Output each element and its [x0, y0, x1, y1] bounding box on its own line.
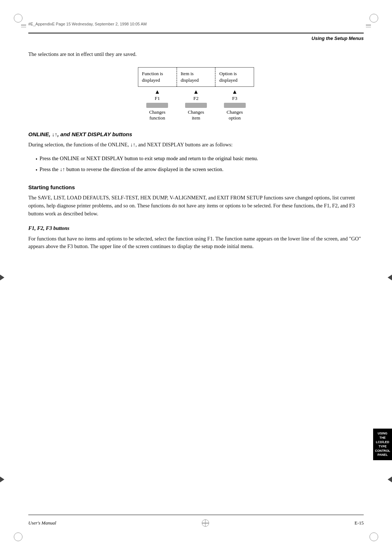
buttons-row: ▲ F1 Changes function ▲ F2 Changes item …	[138, 87, 254, 121]
bullet-text-1: Press the ONLINE or NEXT DISPLAY button …	[40, 155, 258, 163]
page: #E_AppendixE Page 15 Wednesday, Septembe…	[0, 0, 392, 555]
corner-mark-br	[369, 532, 378, 541]
diagram: Function is displayed Item is displayed …	[127, 67, 265, 121]
display-cell-option: Option is displayed	[215, 68, 254, 86]
top-right-lines	[366, 25, 371, 27]
f1-desc1: Changes	[149, 109, 166, 115]
f3-arrow: ▲	[232, 89, 238, 95]
intro-text: The selections are not in effect until t…	[28, 50, 364, 58]
bullet-dot-2: •	[36, 166, 37, 174]
bullet-text-2: Press the ↓↑ button to reverse the direc…	[40, 166, 224, 174]
f1-desc2: function	[150, 115, 165, 121]
item-line1: Item is	[181, 71, 194, 76]
footer-rule	[28, 515, 364, 515]
corner-mark-bl	[14, 532, 23, 541]
option-line1: Option is	[219, 71, 237, 76]
section-header: Using the Setup Menus	[28, 33, 364, 41]
f1f2f3-paragraph: For functions that have no items and opt…	[28, 235, 364, 251]
display-cell-function: Function is displayed	[138, 68, 177, 86]
f3-desc1: Changes	[226, 109, 243, 115]
corner-mark-tl	[14, 14, 23, 23]
function-line1: Function is	[142, 71, 163, 76]
f1-rect	[146, 103, 168, 108]
display-box: Function is displayed Item is displayed …	[138, 67, 254, 87]
online-paragraph: During selection, the functions of the O…	[28, 141, 364, 149]
sidebar-tab-line2: LCD/LED TYPE	[376, 440, 389, 448]
tri-mark-left-bottom	[0, 477, 4, 482]
starting-functions-paragraph: The SAVE, LIST, LOAD DEFAULTS, SELF-TEST…	[28, 194, 364, 218]
content-area: #E_AppendixE Page 15 Wednesday, Septembe…	[28, 0, 364, 251]
bullet-item-1: • Press the ONLINE or NEXT DISPLAY butto…	[36, 155, 364, 163]
footer-left: User's Manual	[28, 520, 56, 526]
corner-mark-tr	[369, 14, 378, 23]
online-section-title: ONLINE, ↓↑, and NEXT DISPLAY buttons	[28, 131, 364, 137]
f1-arrow: ▲	[154, 89, 160, 95]
tri-mark-left	[0, 275, 4, 280]
f3-button-col: ▲ F3 Changes option	[217, 89, 252, 121]
tri-mark-right	[388, 275, 392, 280]
footer-right: E-15	[355, 520, 364, 526]
display-cell-item: Item is displayed	[177, 68, 216, 86]
f2-label: F2	[193, 96, 199, 101]
f3-desc2: option	[229, 115, 241, 121]
f2-desc1: Changes	[188, 109, 204, 115]
starting-functions-title: Starting functions	[28, 184, 364, 190]
function-line2: displayed	[142, 77, 160, 83]
f1f2f3-title: F1, F2, F3 buttons	[28, 225, 364, 231]
option-line2: displayed	[219, 77, 237, 83]
f2-arrow: ▲	[193, 89, 199, 95]
file-info: #E_AppendixE Page 15 Wednesday, Septembe…	[28, 22, 364, 26]
bullet-item-2: • Press the ↓↑ button to reverse the dir…	[36, 166, 364, 174]
sidebar-tab: USING THE LCD/LED TYPE CONTROL PANEL	[373, 429, 392, 460]
sidebar-tab-line3: CONTROL PANEL	[375, 449, 390, 457]
bullet-list: • Press the ONLINE or NEXT DISPLAY butto…	[36, 155, 364, 174]
f1-button-col: ▲ F1 Changes function	[140, 89, 175, 121]
f2-button-col: ▲ F2 Changes item	[179, 89, 213, 121]
top-left-lines	[21, 25, 26, 27]
f2-rect	[185, 103, 207, 108]
f1-label: F1	[155, 96, 160, 101]
f3-label: F3	[232, 96, 237, 101]
f3-rect	[224, 103, 246, 108]
footer-area: User's Manual E-15	[28, 519, 364, 527]
tri-mark-right-bottom	[388, 477, 392, 482]
sidebar-tab-line1: USING THE	[378, 432, 388, 439]
bullet-dot-1: •	[36, 155, 37, 163]
item-line2: displayed	[181, 77, 199, 83]
f2-desc2: item	[192, 115, 200, 121]
